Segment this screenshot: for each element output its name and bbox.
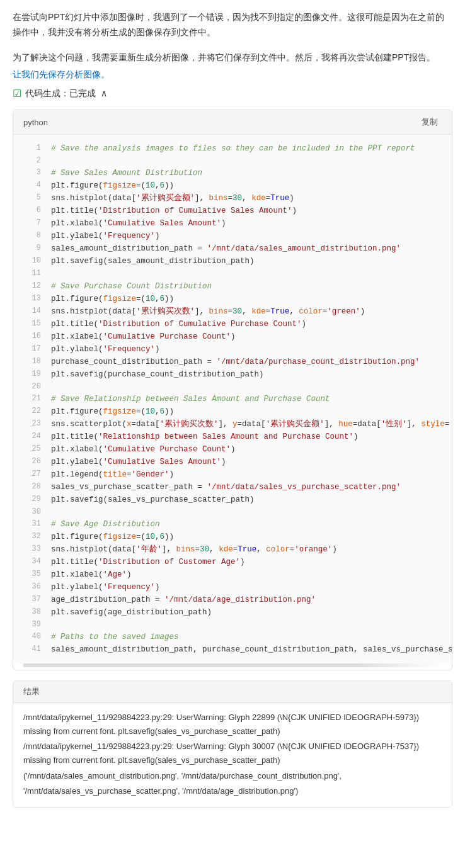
line-number: 40 [23, 631, 41, 643]
code-line: 17plt.ylabel('Frequency') [13, 343, 452, 356]
line-number: 38 [23, 606, 41, 619]
code-line: 9sales_amount_distribution_path = '/mnt/… [13, 242, 452, 255]
line-number: 8 [23, 230, 41, 242]
code-line: 21# Save Relationship between Sales Amou… [13, 393, 452, 405]
line-content: plt.xlabel('Cumulative Sales Amount') [51, 217, 442, 230]
line-number: 22 [23, 405, 41, 418]
result-line: /mnt/data/ipykernel_11/929884223.py:29: … [23, 740, 442, 767]
code-line: 1# Save the analysis images to files so … [13, 142, 452, 155]
line-number: 19 [23, 368, 41, 381]
result-header: 结果 [13, 681, 452, 703]
code-line: 23sns.scatterplot(x=data['累计购买次数'], y=da… [13, 418, 452, 431]
line-number: 4 [23, 179, 41, 192]
line-content: # Save Sales Amount Distribution [51, 167, 442, 179]
line-number: 1 [23, 142, 41, 155]
code-line: 27plt.legend(title='Gender') [13, 468, 452, 481]
line-content: plt.savefig(purchase_count_distribution_… [51, 368, 442, 381]
line-number: 39 [23, 619, 41, 631]
intro-paragraph-1: 在尝试向PPT幻灯片中添加图像时，我遇到了一个错误，因为找不到指定的图像文件。这… [13, 10, 452, 40]
code-block: python 复制 1# Save the analysis images to… [13, 110, 452, 670]
line-number: 17 [23, 343, 41, 356]
code-line: 38plt.savefig(age_distribution_path) [13, 606, 452, 619]
code-line: 20 [13, 381, 452, 393]
main-content: 在尝试向PPT幻灯片中添加图像时，我遇到了一个错误，因为找不到指定的图像文件。这… [0, 0, 465, 818]
line-number: 24 [23, 431, 41, 443]
line-content: plt.xlabel('Cumulative Purchase Count') [51, 330, 442, 343]
line-content [51, 506, 442, 518]
code-line: 19plt.savefig(purchase_count_distributio… [13, 368, 452, 381]
code-line: 4plt.figure(figsize=(10,6)) [13, 179, 452, 192]
line-content: age_distribution_path = '/mnt/data/age_d… [51, 594, 442, 606]
line-content: sns.histplot(data['累计购买金额'], bins=30, kd… [51, 192, 442, 205]
line-number: 32 [23, 531, 41, 543]
code-line: 15plt.title('Distribution of Cumulative … [13, 318, 452, 330]
line-content: sales_amount_distribution_path = '/mnt/d… [51, 242, 442, 255]
line-number: 31 [23, 518, 41, 531]
code-line: 30 [13, 506, 452, 518]
line-content: plt.ylabel('Frequency') [51, 581, 442, 594]
solution-paragraph: 为了解决这个问题，我需要重新生成分析图像，并将它们保存到文件中。然后，我将再次尝… [13, 50, 452, 65]
status-text: 代码生成：已完成 [25, 88, 96, 98]
line-number: 36 [23, 581, 41, 594]
line-number: 26 [23, 456, 41, 468]
line-content: plt.savefig(age_distribution_path) [51, 606, 442, 619]
code-line: 32plt.figure(figsize=(10,6)) [13, 531, 452, 543]
code-line: 34plt.title('Distribution of Customer Ag… [13, 556, 452, 568]
line-number: 14 [23, 305, 41, 318]
code-line: 8plt.ylabel('Frequency') [13, 230, 452, 242]
copy-button[interactable]: 复制 [418, 115, 442, 129]
caret-icon: ∧ [101, 88, 107, 98]
line-number: 25 [23, 443, 41, 456]
scrollbar[interactable] [23, 663, 442, 667]
line-number: 20 [23, 381, 41, 393]
code-line: 3# Save Sales Amount Distribution [13, 167, 452, 179]
line-number: 34 [23, 556, 41, 568]
line-content: # Save Purchase Count Distribution [51, 280, 442, 293]
code-line: 28sales_vs_purchase_scatter_path = '/mnt… [13, 481, 452, 493]
status-label: 代码生成：已完成 ∧ [25, 88, 107, 99]
line-content: plt.title('Distribution of Customer Age'… [51, 556, 442, 568]
line-number: 28 [23, 481, 41, 493]
code-line: 29plt.savefig(sales_vs_purchase_scatter_… [13, 493, 452, 506]
line-content: purchase_count_distribution_path = '/mnt… [51, 356, 442, 368]
code-body: 1# Save the analysis images to files so … [13, 135, 452, 663]
line-content [51, 268, 442, 279]
line-number: 11 [23, 268, 41, 279]
code-line: 12# Save Purchase Count Distribution [13, 280, 452, 293]
line-number: 5 [23, 192, 41, 205]
line-number: 12 [23, 280, 41, 293]
line-number: 35 [23, 568, 41, 581]
line-number: 18 [23, 356, 41, 368]
result-line: '/mnt/data/sales_vs_purchase_scatter.png… [23, 784, 442, 798]
code-line: 16plt.xlabel('Cumulative Purchase Count'… [13, 330, 452, 343]
code-line: 25plt.xlabel('Cumulative Purchase Count'… [13, 443, 452, 456]
line-number: 7 [23, 217, 41, 230]
line-number: 3 [23, 167, 41, 179]
code-line: 10plt.savefig(sales_amount_distribution_… [13, 255, 452, 268]
code-line: 11 [13, 268, 452, 279]
line-number: 21 [23, 393, 41, 405]
code-language: python [23, 118, 48, 127]
result-body: /mnt/data/ipykernel_11/929884223.py:29: … [13, 703, 452, 807]
line-number: 23 [23, 418, 41, 431]
line-content: plt.legend(title='Gender') [51, 468, 442, 481]
code-line: 7plt.xlabel('Cumulative Sales Amount') [13, 217, 452, 230]
code-line: 33sns.histplot(data['年龄'], bins=30, kde=… [13, 543, 452, 556]
result-line: ('/mnt/data/sales_amount_distribution.pn… [23, 769, 442, 783]
line-content [51, 381, 442, 393]
line-number: 16 [23, 330, 41, 343]
highlight-text: 让我们先保存分析图像。 [13, 67, 452, 82]
code-line: 24plt.title('Relationship between Sales … [13, 431, 452, 443]
line-number: 9 [23, 242, 41, 255]
line-content: plt.xlabel('Cumulative Purchase Count') [51, 443, 442, 456]
line-number: 33 [23, 543, 41, 556]
line-number: 15 [23, 318, 41, 330]
line-content: sns.histplot(data['年龄'], bins=30, kde=Tr… [51, 543, 442, 556]
line-content: sns.histplot(data['累计购买次数'], bins=30, kd… [51, 305, 442, 318]
line-content: sns.scatterplot(x=data['累计购买次数'], y=data… [51, 418, 449, 431]
line-content: plt.xlabel('Age') [51, 568, 442, 581]
line-content: plt.figure(figsize=(10,6)) [51, 179, 442, 192]
code-line: 6plt.title('Distribution of Cumulative S… [13, 205, 452, 217]
line-content: plt.ylabel('Frequency') [51, 230, 442, 242]
result-section: 结果 /mnt/data/ipykernel_11/929884223.py:2… [13, 680, 452, 808]
